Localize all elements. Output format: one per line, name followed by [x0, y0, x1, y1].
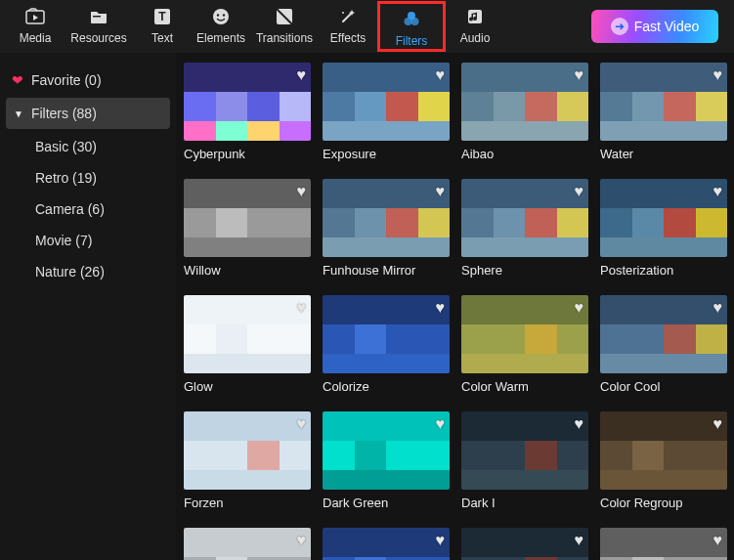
filter-card[interactable]: ♥ Posterization [600, 179, 727, 278]
filter-caption: Color Regroup [600, 495, 727, 510]
heart-icon[interactable]: ♥ [713, 66, 723, 84]
filter-thumb: ♥ [600, 295, 727, 373]
text-tab[interactable]: T Text [133, 2, 192, 51]
filter-thumb: ♥ [184, 411, 311, 490]
folder-icon [89, 8, 108, 28]
svg-rect-1 [93, 16, 101, 18]
sidebar-child-label: Movie (7) [35, 233, 92, 248]
audio-tab[interactable]: Audio [446, 2, 504, 51]
heart-icon[interactable]: ♥ [297, 66, 307, 84]
elements-label: Elements [196, 31, 245, 45]
filter-caption: Glow [184, 379, 311, 394]
resources-tab[interactable]: Resources [65, 2, 133, 51]
svg-text:T: T [158, 10, 166, 23]
filter-card[interactable]: ♥ Cyberpunk [184, 63, 311, 161]
sidebar-item-nature[interactable]: Nature (26) [0, 256, 176, 287]
svg-point-8 [342, 12, 344, 14]
sidebar-item-movie[interactable]: Movie (7) [0, 225, 176, 256]
filters-tab[interactable]: Filters [382, 5, 441, 54]
filter-thumb: ♥ [600, 63, 727, 141]
transitions-label: Transitions [256, 31, 313, 45]
filter-card[interactable]: ♥ Color Cool [600, 295, 727, 394]
heart-icon[interactable]: ♥ [575, 66, 584, 84]
heart-icon: ❤ [12, 72, 23, 88]
filter-card[interactable]: ♥ [323, 528, 450, 560]
trans-icon [276, 8, 293, 28]
filter-card[interactable]: ♥ Dark Green [323, 411, 450, 510]
filter-thumb: ♥ [600, 528, 727, 560]
svg-point-5 [217, 14, 219, 16]
elements-tab[interactable]: Elements [192, 2, 250, 51]
heart-icon[interactable]: ♥ [436, 183, 446, 200]
heart-icon[interactable]: ♥ [575, 299, 584, 317]
filter-card[interactable]: ♥ Colorize [323, 295, 450, 394]
heart-icon[interactable]: ♥ [297, 532, 307, 549]
filter-card[interactable]: ♥ Sphere [461, 179, 588, 278]
filter-card[interactable]: ♥ Color Warm [461, 295, 588, 394]
resources-label: Resources [70, 31, 126, 45]
heart-icon[interactable]: ♥ [436, 532, 446, 549]
transitions-tab[interactable]: Transitions [250, 2, 319, 51]
heart-icon[interactable]: ♥ [713, 415, 723, 433]
filter-thumb: ♥ [184, 179, 311, 257]
audio-label: Audio [460, 31, 491, 45]
heart-icon[interactable]: ♥ [713, 532, 723, 549]
heart-icon[interactable]: ♥ [575, 532, 584, 549]
heart-icon[interactable]: ♥ [436, 66, 446, 84]
filter-thumb: ♥ [461, 295, 588, 373]
filter-caption: Funhouse Mirror [323, 263, 450, 278]
filter-caption: Sphere [461, 263, 588, 278]
filter-thumb: ♥ [461, 411, 588, 490]
filter-card[interactable]: ♥ [600, 528, 727, 560]
filter-card[interactable]: ♥ [461, 528, 588, 560]
filter-card[interactable]: ♥ Glow [184, 295, 311, 394]
filter-card[interactable]: ♥ Dark I [461, 411, 588, 510]
filter-card[interactable]: ♥ Willow [184, 179, 311, 278]
sidebar: ❤ Favorite (0) ▼ Filters (88) Basic (30)… [0, 53, 176, 560]
filter-caption: Posterization [600, 263, 727, 278]
filter-thumb: ♥ [323, 63, 450, 141]
heart-icon[interactable]: ♥ [297, 299, 307, 317]
heart-icon[interactable]: ♥ [436, 415, 446, 433]
filter-caption: Exposure [323, 147, 450, 161]
text-icon: T [153, 8, 171, 28]
chevron-down-icon: ▼ [14, 108, 23, 119]
media-tab[interactable]: Media [6, 2, 65, 51]
filter-thumb: ♥ [184, 295, 311, 373]
filter-caption: Aibao [461, 147, 588, 161]
sidebar-item-filters[interactable]: ▼ Filters (88) [6, 98, 170, 129]
filter-card[interactable]: ♥ Exposure [323, 63, 450, 161]
heart-icon[interactable]: ♥ [713, 183, 723, 200]
heart-icon[interactable]: ♥ [575, 415, 584, 433]
filter-caption: Water [600, 147, 727, 161]
sidebar-item-basic[interactable]: Basic (30) [0, 131, 176, 162]
filter-thumb: ♥ [323, 179, 450, 257]
filter-thumb: ♥ [184, 528, 311, 560]
filter-thumb: ♥ [461, 63, 588, 141]
filter-caption: Willow [184, 263, 311, 278]
filter-gallery[interactable]: ♥ Cyberpunk ♥ Exposure ♥ Aibao ♥ Water [176, 53, 734, 560]
fast-video-button[interactable]: ➜ Fast Video [591, 10, 718, 43]
sidebar-item-retro[interactable]: Retro (19) [0, 162, 176, 194]
heart-icon[interactable]: ♥ [297, 415, 307, 433]
sidebar-item-camera[interactable]: Camera (6) [0, 194, 176, 225]
arrow-icon: ➜ [611, 18, 628, 35]
heart-icon[interactable]: ♥ [575, 183, 584, 200]
heart-icon[interactable]: ♥ [436, 299, 446, 317]
effects-tab[interactable]: Effects [319, 2, 377, 51]
filter-card[interactable]: ♥ [184, 528, 311, 560]
heart-icon[interactable]: ♥ [713, 299, 723, 317]
filter-caption: Colorize [323, 379, 450, 394]
filter-card[interactable]: ♥ Funhouse Mirror [323, 179, 450, 278]
heart-icon[interactable]: ♥ [297, 183, 307, 200]
filter-card[interactable]: ♥ Forzen [184, 411, 311, 510]
sidebar-filters-label: Filters (88) [31, 106, 97, 121]
filter-thumb: ♥ [323, 295, 450, 373]
filter-card[interactable]: ♥ Water [600, 63, 727, 161]
filter-card[interactable]: ♥ Color Regroup [600, 411, 727, 510]
folder-video-icon [25, 8, 45, 28]
filter-thumb: ♥ [323, 528, 450, 560]
sidebar-item-favorite[interactable]: ❤ Favorite (0) [0, 65, 176, 96]
filter-thumb: ♥ [600, 411, 727, 490]
filter-card[interactable]: ♥ Aibao [461, 63, 588, 161]
